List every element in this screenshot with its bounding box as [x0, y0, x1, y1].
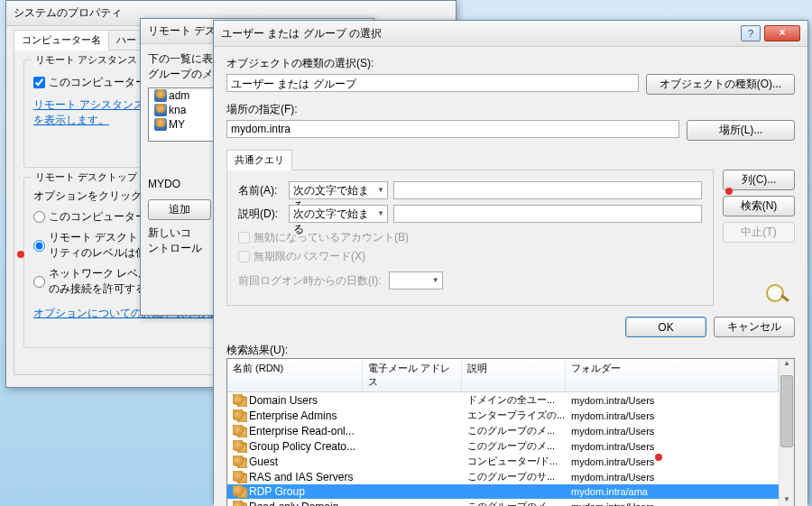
name-match-select[interactable]: 次の文字で始まる	[289, 181, 388, 199]
table-row[interactable]: Enterprise Read-onl...このグループのメ...mydom.i…	[227, 423, 779, 438]
magnifier-icon	[759, 282, 795, 306]
columns-button[interactable]: 列(C)...	[723, 170, 795, 190]
table-row[interactable]: RAS and IAS Serversこのグループのサ...mydom.intr…	[227, 469, 779, 484]
group-icon	[233, 501, 247, 507]
label-days-since-logon: 前回ログオン時からの日数(I):	[238, 273, 382, 289]
group-icon	[233, 455, 247, 468]
add-button[interactable]: 追加	[148, 199, 211, 220]
vertical-scrollbar[interactable]: ▲ ▼	[779, 359, 794, 506]
table-row[interactable]: Domain Usersドメインの全ユー...mydom.intra/Users	[227, 392, 779, 408]
location-field[interactable]: mydom.intra	[226, 120, 679, 138]
group-title: リモート デスクトップ	[32, 170, 141, 184]
table-row[interactable]: Read-only Domain ...このグループのメ...mydom.int…	[227, 499, 779, 506]
window-title: ユーザー または グループ の選択	[221, 26, 741, 41]
label-results: 検索結果(U):	[226, 343, 795, 358]
results-listview[interactable]: 名前 (RDN) 電子メール アドレス 説明 フォルダー Domain User…	[226, 358, 795, 506]
group-icon	[233, 440, 247, 453]
window-title: システムのプロパティ	[14, 6, 122, 19]
red-marker	[17, 251, 24, 258]
desc-match-select[interactable]: 次の文字で始まる	[289, 205, 388, 223]
col-name[interactable]: 名前 (RDN)	[227, 359, 363, 391]
close-button[interactable]: ×	[764, 25, 800, 41]
table-row[interactable]: Group Policy Creato...このグループのメ...mydom.i…	[227, 438, 779, 454]
user-icon	[154, 89, 167, 102]
col-folder[interactable]: フォルダー	[566, 359, 779, 391]
days-select	[389, 271, 443, 290]
tab-computer-name[interactable]: コンピューター名	[14, 30, 109, 51]
stop-button: 中止(T)	[723, 222, 795, 243]
ok-button[interactable]: OK	[625, 317, 706, 337]
desc-input[interactable]	[393, 205, 702, 223]
search-button[interactable]: 検索(N)	[723, 196, 795, 216]
group-icon	[233, 394, 247, 407]
label-object-type: オブジェクトの種類の選択(S):	[226, 56, 795, 71]
col-email[interactable]: 電子メール アドレス	[363, 359, 462, 391]
disabled-accounts-checkbox[interactable]: 無効になっているアカウント(B)	[238, 230, 702, 245]
table-row[interactable]: Enterprise Adminsエンタープライズの...mydom.intra…	[227, 408, 779, 423]
label-name: 名前(A):	[238, 183, 283, 198]
label-desc: 説明(D):	[238, 207, 283, 222]
group-icon	[233, 471, 247, 483]
group-icon	[233, 425, 247, 437]
col-desc[interactable]: 説明	[462, 359, 566, 391]
red-marker	[725, 188, 733, 195]
user-icon	[154, 104, 167, 116]
object-types-button[interactable]: オブジェクトの種類(O)...	[646, 74, 795, 95]
red-marker	[655, 454, 662, 461]
table-row[interactable]: Guestコンピューター/ド...mydom.intra/Users	[227, 454, 779, 469]
no-expire-password-checkbox[interactable]: 無期限のパスワード(X)	[238, 249, 702, 264]
object-type-field[interactable]: ユーザー または グループ	[226, 74, 639, 92]
select-users-groups-window: ユーザー または グループ の選択 ? × オブジェクトの種類の選択(S): ユ…	[213, 20, 808, 503]
group-title: リモート アシスタンス	[32, 53, 141, 67]
titlebar[interactable]: ユーザー または グループ の選択 ? ×	[214, 21, 807, 47]
window-title: リモート デス	[148, 24, 216, 37]
name-input[interactable]	[393, 181, 702, 199]
table-row[interactable]: RDP Groupmydom.intra/ama	[227, 484, 779, 499]
user-icon	[154, 118, 167, 131]
cancel-button[interactable]: キャンセル	[714, 317, 795, 337]
group-icon	[233, 409, 247, 422]
group-icon	[233, 485, 247, 498]
label-location: 場所の指定(F):	[226, 102, 795, 117]
locations-button[interactable]: 場所(L)...	[687, 120, 795, 141]
tab-common-query[interactable]: 共通クエリ	[226, 150, 292, 170]
help-button[interactable]: ?	[741, 25, 761, 41]
